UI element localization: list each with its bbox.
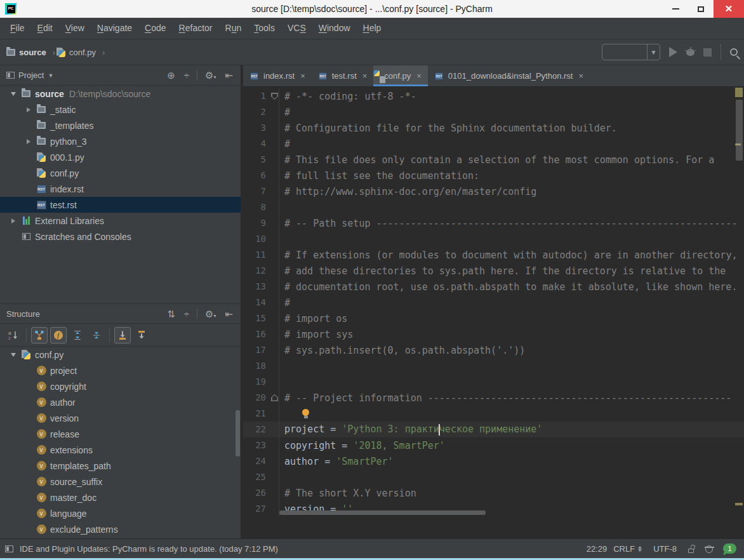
- tree-item-conf-py[interactable]: conf.py: [0, 165, 241, 181]
- close-button[interactable]: ✕: [714, 0, 744, 18]
- maximize-button[interactable]: [688, 0, 714, 18]
- menu-item-tools[interactable]: Tools: [248, 18, 281, 39]
- tree-item-source[interactable]: sourceD:\temp\sdoc\source: [0, 86, 241, 102]
- editor-hscrollbar-thumb[interactable]: [279, 510, 486, 515]
- code-line-21[interactable]: 21: [243, 406, 744, 422]
- status-message[interactable]: IDE and Plugin Updates: PyCharm is ready…: [20, 544, 278, 554]
- fold-marker-icon[interactable]: [271, 394, 278, 401]
- tab-close-icon[interactable]: ×: [578, 71, 583, 81]
- code-line-16[interactable]: 16# import sys: [243, 326, 744, 342]
- structure-item-extensions[interactable]: vextensions: [0, 442, 241, 458]
- code-line-19[interactable]: 19: [243, 374, 744, 390]
- autoscroll-from-source-icon[interactable]: [133, 327, 150, 343]
- hide-panel-icon[interactable]: ⇤: [222, 70, 236, 80]
- structure-item-project[interactable]: vproject: [0, 363, 241, 378]
- code-line-12[interactable]: 12# add these directories to sys.path he…: [243, 263, 744, 279]
- code-editor[interactable]: 1# -*- coding: utf-8 -*-2#3# Configurati…: [243, 87, 744, 538]
- menu-item-refactor[interactable]: Refactor: [173, 18, 219, 39]
- code-line-8[interactable]: 8: [243, 199, 744, 215]
- search-everywhere-icon[interactable]: [730, 48, 738, 56]
- code-line-1[interactable]: 1# -*- coding: utf-8 -*-: [243, 88, 744, 104]
- tree-item-index-rst[interactable]: RSTindex.rst: [0, 181, 241, 197]
- tree-item--templates[interactable]: _templates: [0, 117, 241, 133]
- tree-item-external-libraries[interactable]: External Libraries: [0, 213, 241, 229]
- code-line-18[interactable]: 18: [243, 358, 744, 374]
- code-line-2[interactable]: 2#: [243, 104, 744, 120]
- settings-gear-icon[interactable]: ⚙▾: [203, 70, 218, 80]
- tree-item-python-3[interactable]: python_3: [0, 133, 241, 149]
- code-line-14[interactable]: 14#: [243, 295, 744, 310]
- editor-tab-test-rst[interactable]: RSTtest.rst×: [312, 65, 374, 86]
- editor-tab-0101-download-instal-python-rst[interactable]: RST0101_download&instal_Python.rst×: [428, 65, 590, 86]
- code-line-25[interactable]: 25: [243, 469, 744, 485]
- structure-item-master_doc[interactable]: vmaster_doc: [0, 490, 241, 505]
- tab-close-icon[interactable]: ×: [362, 71, 368, 81]
- minimize-button[interactable]: [663, 0, 688, 18]
- error-stripe[interactable]: [734, 87, 744, 538]
- fold-marker-icon[interactable]: [271, 93, 278, 100]
- notification-badge[interactable]: 1: [723, 543, 736, 554]
- encoding-widget[interactable]: UTF-8: [653, 544, 677, 554]
- collapse-all-icon[interactable]: [88, 327, 105, 343]
- code-line-4[interactable]: 4#: [243, 136, 744, 152]
- code-line-6[interactable]: 6# full list see the documentation:: [243, 168, 744, 183]
- tab-close-icon[interactable]: ×: [416, 71, 422, 81]
- editor-vscrollbar-thumb[interactable]: [736, 100, 743, 161]
- code-line-24[interactable]: 24author = 'SmartPer': [243, 453, 744, 469]
- code-line-22[interactable]: 22project = 'Python 3: практическое прим…: [243, 422, 744, 437]
- menu-item-view[interactable]: View: [59, 18, 91, 39]
- menu-item-file[interactable]: File: [4, 18, 31, 39]
- stripe-mark[interactable]: [735, 503, 743, 505]
- show-inherited-icon[interactable]: [31, 327, 48, 343]
- structure-item-copyright[interactable]: vcopyright: [0, 378, 241, 394]
- menu-item-code[interactable]: Code: [138, 18, 172, 39]
- structure-item-release[interactable]: vrelease: [0, 426, 241, 442]
- tab-close-icon[interactable]: ×: [300, 71, 305, 81]
- editor-tab-conf-py[interactable]: conf.py×: [373, 65, 428, 86]
- menu-item-help[interactable]: Help: [357, 18, 388, 39]
- unlock-icon[interactable]: [688, 549, 694, 553]
- debug-button[interactable]: [686, 49, 694, 56]
- structure-item-language[interactable]: vlanguage: [0, 505, 241, 521]
- sort-alphabetically-icon[interactable]: az: [5, 327, 22, 343]
- hide-panel-icon[interactable]: ⇤: [222, 309, 236, 319]
- run-button[interactable]: [669, 47, 677, 57]
- autoscroll-to-source-icon[interactable]: [114, 327, 131, 343]
- toolwindow-switcher-icon[interactable]: [5, 545, 13, 552]
- structure-item-author[interactable]: vauthor: [0, 394, 241, 410]
- tree-item-test-rst[interactable]: RSTtest.rst: [0, 197, 241, 213]
- locate-icon[interactable]: ⊕: [164, 70, 178, 80]
- menu-item-window[interactable]: Window: [312, 18, 357, 39]
- structure-item-templates_path[interactable]: vtemplates_path: [0, 458, 241, 474]
- code-line-3[interactable]: 3# Configuration file for the Sphinx doc…: [243, 120, 744, 136]
- code-line-13[interactable]: 13# documentation root, use os.path.absp…: [243, 279, 744, 295]
- structure-scrollbar-thumb[interactable]: [236, 410, 240, 457]
- editor-tab-index-rst[interactable]: RSTindex.rst×: [243, 65, 312, 86]
- line-ending-widget[interactable]: CRLF: [613, 544, 642, 554]
- menu-item-edit[interactable]: Edit: [31, 18, 59, 39]
- code-line-5[interactable]: 5# This file does only contain a selecti…: [243, 152, 744, 168]
- code-line-26[interactable]: 26# The short X.Y version: [243, 485, 744, 501]
- tree-expanded-arrow-icon[interactable]: [6, 92, 20, 96]
- code-line-20[interactable]: 20# -- Project information -------------…: [243, 390, 744, 406]
- tree-expanded-arrow-icon[interactable]: [6, 353, 20, 357]
- collapse-all-icon[interactable]: ÷: [182, 309, 192, 319]
- tree-item-000-1-py[interactable]: 000.1.py: [0, 149, 241, 165]
- expand-all-icon[interactable]: [69, 327, 86, 343]
- tree-collapsed-arrow-icon[interactable]: [6, 218, 20, 223]
- tree-collapsed-arrow-icon[interactable]: [22, 139, 36, 144]
- stop-button[interactable]: [703, 48, 712, 57]
- code-line-15[interactable]: 15# import os: [243, 310, 744, 326]
- code-line-17[interactable]: 17# sys.path.insert(0, os.path.abspath('…: [243, 342, 744, 358]
- run-configuration-select[interactable]: ▼: [602, 44, 660, 60]
- tree-item-scratches-and-consoles[interactable]: Scratches and Consoles: [0, 229, 241, 244]
- structure-item-source_suffix[interactable]: vsource_suffix: [0, 474, 241, 490]
- code-line-23[interactable]: 23copyright = '2018, SmartPer': [243, 437, 744, 453]
- menu-item-navigate[interactable]: Navigate: [91, 18, 138, 39]
- structure-root-conf.py[interactable]: conf.py: [0, 347, 241, 363]
- structure-item-version[interactable]: vversion: [0, 410, 241, 426]
- settings-gear-icon[interactable]: ⚙▾: [203, 309, 218, 319]
- inspections-hector-icon[interactable]: [705, 545, 713, 553]
- chevron-down-icon[interactable]: ▼: [48, 72, 53, 79]
- tree-item--static[interactable]: _static: [0, 102, 241, 117]
